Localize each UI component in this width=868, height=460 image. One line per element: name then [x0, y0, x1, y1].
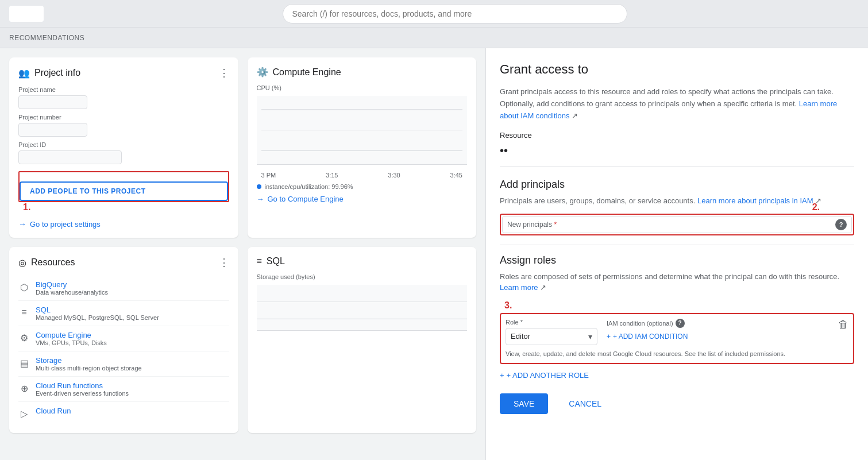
top-bar	[0, 0, 868, 28]
cloud-run-functions-desc: Event-driven serverless functions	[36, 390, 129, 397]
project-id-value	[18, 150, 122, 164]
sql-chart	[257, 285, 468, 331]
project-id-label: Project ID	[18, 141, 229, 148]
resource-section-label: Resource	[500, 131, 854, 140]
add-people-btn-wrapper: ADD PEOPLE TO THIS PROJECT	[18, 171, 229, 202]
list-item: ⚙ Compute Engine VMs, GPUs, TPUs, Disks	[18, 326, 229, 351]
recommendations-label: RECOMMENDATIONS	[9, 34, 84, 42]
sql-card-title: ≡ SQL	[257, 256, 285, 266]
go-to-compute-link[interactable]: → Go to Compute Engine	[257, 195, 468, 203]
list-item: ⊕ Cloud Run functions Event-driven serve…	[18, 377, 229, 402]
go-to-settings-link[interactable]: → Go to project settings	[18, 219, 229, 229]
compute-engine-card: ⚙️ Compute Engine CPU (%) 3 PM 3:15 3:30…	[248, 57, 477, 238]
resources-menu-icon[interactable]: ⋮	[219, 256, 229, 269]
save-button[interactable]: SAVE	[500, 393, 548, 414]
compute-engine-icon: ⚙	[18, 332, 30, 343]
storage-desc: Multi-class multi-region object storage	[36, 365, 142, 372]
compute-engine-header: ⚙️ Compute Engine	[257, 67, 468, 78]
storage-icon: ▤	[18, 357, 30, 369]
sql-card-header: ≡ SQL	[257, 256, 468, 266]
storage-name[interactable]: Storage	[36, 356, 142, 365]
required-asterisk: *	[554, 221, 557, 229]
assign-roles-title: Assign roles	[500, 254, 854, 266]
compute-engine-name[interactable]: Compute Engine	[36, 331, 107, 339]
resource-dots-icon: ••	[500, 144, 854, 157]
search-container	[283, 4, 627, 24]
chevron-down-icon: ▾	[588, 332, 592, 341]
compute-engine-desc: VMs, GPUs, TPUs, Disks	[36, 339, 107, 346]
role-select-label: Role *	[506, 319, 597, 326]
annotation-3: 3.	[504, 300, 512, 311]
action-buttons: SAVE CANCEL	[500, 393, 854, 414]
add-iam-condition-button[interactable]: + + ADD IAM CONDITION	[607, 333, 829, 341]
people-icon: 👥	[18, 68, 30, 79]
legend-dot	[257, 184, 261, 189]
compute-icon: ⚙️	[257, 67, 268, 78]
list-item: ≡ SQL Managed MySQL, PostgreSQL, SQL Ser…	[18, 301, 229, 326]
project-info-title: 👥 Project info	[18, 68, 80, 79]
role-tooltip: View, create, update, and delete most Go…	[506, 350, 848, 358]
cancel-button[interactable]: CANCEL	[555, 393, 615, 414]
divider-2	[500, 245, 854, 245]
time-label-1: 3 PM	[261, 172, 276, 179]
plus-role-icon: +	[500, 371, 504, 380]
list-item: ▤ Storage Multi-class multi-region objec…	[18, 351, 229, 377]
sql-icon: ≡	[18, 307, 30, 318]
role-select-group: Role * Editor ▾	[506, 319, 597, 345]
sql-card: ≡ SQL Storage used (bytes)	[248, 247, 477, 433]
add-another-role-button[interactable]: + + ADD ANOTHER ROLE	[500, 371, 854, 380]
cloud-run-functions-name[interactable]: Cloud Run functions	[36, 381, 129, 390]
bigquery-icon: ⬡	[18, 281, 30, 293]
add-people-button[interactable]: ADD PEOPLE TO THIS PROJECT	[20, 181, 228, 201]
role-row: Role * Editor ▾ IAM condition (optional)…	[500, 313, 854, 364]
resources-card: ◎ Resources ⋮ ⬡ BigQuery Data warehouse/…	[9, 247, 238, 433]
annotation-2: 2.	[812, 202, 820, 212]
project-info-menu-icon[interactable]: ⋮	[219, 67, 229, 79]
role-select-dropdown[interactable]: Editor ▾	[506, 328, 597, 345]
cloud-run-icon: ▷	[18, 408, 30, 419]
external-link-icon: ↗	[572, 111, 578, 120]
right-panel: Grant access to Grant principals access …	[485, 48, 868, 460]
time-label-3: 3:30	[388, 172, 400, 179]
bigquery-name[interactable]: BigQuery	[36, 280, 108, 289]
roles-desc: Roles are composed of sets of permission…	[500, 271, 854, 293]
search-input[interactable]	[283, 4, 627, 24]
resources-title: ◎ Resources	[18, 257, 75, 268]
project-id-field: Project ID	[18, 141, 229, 164]
divider-1	[500, 167, 854, 167]
project-name-value	[18, 95, 87, 109]
chart-legend: instance/cpu/utilization: 99.96%	[257, 183, 468, 190]
left-content: 👥 Project info ⋮ Project name Project nu…	[0, 48, 485, 460]
sql-chart-label: Storage used (bytes)	[257, 273, 468, 280]
list-item: ⬡ BigQuery Data warehouse/analytics	[18, 276, 229, 301]
learn-more-roles-link[interactable]: Learn more	[500, 283, 538, 292]
project-number-value	[18, 123, 87, 137]
project-number-label: Project number	[18, 114, 229, 121]
project-number-field: Project number	[18, 114, 229, 137]
iam-help-icon[interactable]: ?	[676, 319, 685, 328]
cloud-run-functions-icon: ⊕	[18, 382, 30, 394]
time-label-2: 3:15	[326, 172, 338, 179]
panel-title: Grant access to	[500, 62, 854, 77]
learn-more-principals-link[interactable]: Learn more about principals in IAM	[697, 196, 813, 205]
role-row-inner: Role * Editor ▾ IAM condition (optional)…	[506, 319, 848, 345]
new-principals-input[interactable]	[561, 220, 831, 229]
iam-condition-label: IAM condition (optional) ?	[607, 319, 829, 328]
cpu-chart	[257, 96, 468, 165]
project-info-header: 👥 Project info ⋮	[18, 67, 229, 79]
cloud-run-name[interactable]: Cloud Run	[36, 407, 71, 415]
iam-condition-group: IAM condition (optional) ? + + ADD IAM C…	[607, 319, 829, 341]
resources-icon: ◎	[18, 257, 26, 268]
role-selected-value: Editor	[511, 332, 530, 341]
arrow-compute-icon: →	[257, 195, 264, 203]
logo	[9, 6, 44, 22]
principals-desc: Principals are users, groups, domains, o…	[500, 195, 854, 207]
chart-time-labels: 3 PM 3:15 3:30 3:45	[257, 169, 468, 181]
panel-description: Grant principals access to this resource…	[500, 86, 854, 122]
project-name-label: Project name	[18, 86, 229, 93]
time-label-4: 3:45	[450, 172, 462, 179]
annotation-1: 1.	[23, 202, 30, 212]
sql-name[interactable]: SQL	[36, 306, 159, 314]
delete-role-icon[interactable]: 🗑	[838, 319, 848, 331]
help-icon[interactable]: ?	[835, 219, 847, 230]
